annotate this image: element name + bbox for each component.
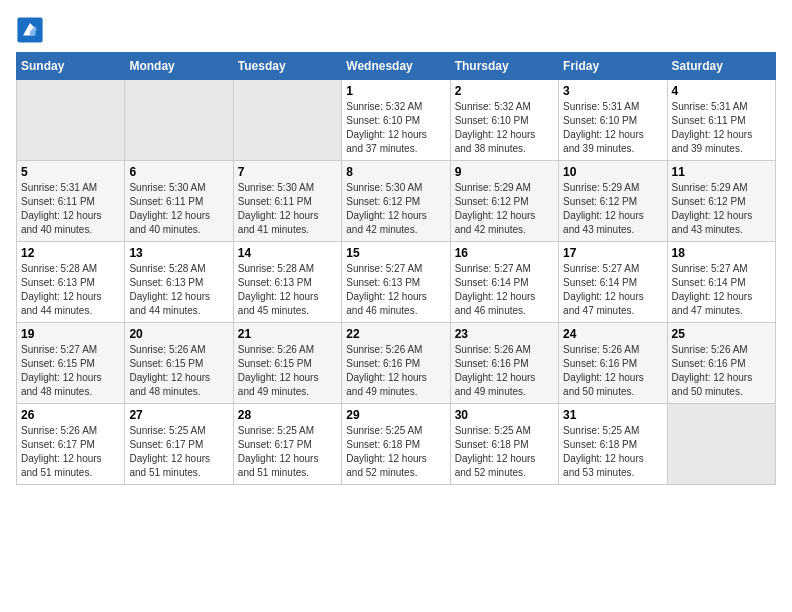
day-number: 24 <box>563 327 662 341</box>
calendar-cell: 9Sunrise: 5:29 AM Sunset: 6:12 PM Daylig… <box>450 161 558 242</box>
day-number: 21 <box>238 327 337 341</box>
day-info: Sunrise: 5:25 AM Sunset: 6:17 PM Dayligh… <box>129 424 228 480</box>
day-number: 5 <box>21 165 120 179</box>
day-number: 8 <box>346 165 445 179</box>
day-number: 19 <box>21 327 120 341</box>
day-info: Sunrise: 5:27 AM Sunset: 6:14 PM Dayligh… <box>455 262 554 318</box>
calendar-body: 1Sunrise: 5:32 AM Sunset: 6:10 PM Daylig… <box>17 80 776 485</box>
day-info: Sunrise: 5:26 AM Sunset: 6:15 PM Dayligh… <box>129 343 228 399</box>
logo-icon <box>16 16 44 44</box>
day-number: 29 <box>346 408 445 422</box>
column-header-tuesday: Tuesday <box>233 53 341 80</box>
calendar-cell: 19Sunrise: 5:27 AM Sunset: 6:15 PM Dayli… <box>17 323 125 404</box>
day-number: 1 <box>346 84 445 98</box>
calendar-cell: 8Sunrise: 5:30 AM Sunset: 6:12 PM Daylig… <box>342 161 450 242</box>
calendar-cell: 31Sunrise: 5:25 AM Sunset: 6:18 PM Dayli… <box>559 404 667 485</box>
calendar-cell: 20Sunrise: 5:26 AM Sunset: 6:15 PM Dayli… <box>125 323 233 404</box>
day-info: Sunrise: 5:25 AM Sunset: 6:18 PM Dayligh… <box>455 424 554 480</box>
day-info: Sunrise: 5:27 AM Sunset: 6:13 PM Dayligh… <box>346 262 445 318</box>
calendar-header: SundayMondayTuesdayWednesdayThursdayFrid… <box>17 53 776 80</box>
day-info: Sunrise: 5:29 AM Sunset: 6:12 PM Dayligh… <box>563 181 662 237</box>
day-info: Sunrise: 5:28 AM Sunset: 6:13 PM Dayligh… <box>238 262 337 318</box>
day-number: 26 <box>21 408 120 422</box>
calendar-cell: 17Sunrise: 5:27 AM Sunset: 6:14 PM Dayli… <box>559 242 667 323</box>
day-info: Sunrise: 5:26 AM Sunset: 6:17 PM Dayligh… <box>21 424 120 480</box>
page-header <box>16 16 776 44</box>
day-number: 27 <box>129 408 228 422</box>
calendar-cell: 15Sunrise: 5:27 AM Sunset: 6:13 PM Dayli… <box>342 242 450 323</box>
column-header-saturday: Saturday <box>667 53 775 80</box>
day-info: Sunrise: 5:26 AM Sunset: 6:16 PM Dayligh… <box>455 343 554 399</box>
calendar-cell: 11Sunrise: 5:29 AM Sunset: 6:12 PM Dayli… <box>667 161 775 242</box>
calendar-table: SundayMondayTuesdayWednesdayThursdayFrid… <box>16 52 776 485</box>
week-row-3: 12Sunrise: 5:28 AM Sunset: 6:13 PM Dayli… <box>17 242 776 323</box>
day-info: Sunrise: 5:31 AM Sunset: 6:11 PM Dayligh… <box>672 100 771 156</box>
day-info: Sunrise: 5:26 AM Sunset: 6:16 PM Dayligh… <box>672 343 771 399</box>
day-number: 3 <box>563 84 662 98</box>
week-row-1: 1Sunrise: 5:32 AM Sunset: 6:10 PM Daylig… <box>17 80 776 161</box>
day-number: 6 <box>129 165 228 179</box>
day-info: Sunrise: 5:27 AM Sunset: 6:14 PM Dayligh… <box>563 262 662 318</box>
calendar-cell: 26Sunrise: 5:26 AM Sunset: 6:17 PM Dayli… <box>17 404 125 485</box>
day-info: Sunrise: 5:30 AM Sunset: 6:11 PM Dayligh… <box>129 181 228 237</box>
calendar-cell: 2Sunrise: 5:32 AM Sunset: 6:10 PM Daylig… <box>450 80 558 161</box>
calendar-cell: 27Sunrise: 5:25 AM Sunset: 6:17 PM Dayli… <box>125 404 233 485</box>
week-row-5: 26Sunrise: 5:26 AM Sunset: 6:17 PM Dayli… <box>17 404 776 485</box>
day-info: Sunrise: 5:32 AM Sunset: 6:10 PM Dayligh… <box>346 100 445 156</box>
day-info: Sunrise: 5:26 AM Sunset: 6:15 PM Dayligh… <box>238 343 337 399</box>
day-info: Sunrise: 5:31 AM Sunset: 6:11 PM Dayligh… <box>21 181 120 237</box>
day-info: Sunrise: 5:29 AM Sunset: 6:12 PM Dayligh… <box>455 181 554 237</box>
column-header-sunday: Sunday <box>17 53 125 80</box>
column-header-monday: Monday <box>125 53 233 80</box>
column-header-wednesday: Wednesday <box>342 53 450 80</box>
day-info: Sunrise: 5:32 AM Sunset: 6:10 PM Dayligh… <box>455 100 554 156</box>
calendar-cell: 23Sunrise: 5:26 AM Sunset: 6:16 PM Dayli… <box>450 323 558 404</box>
day-info: Sunrise: 5:28 AM Sunset: 6:13 PM Dayligh… <box>21 262 120 318</box>
calendar-cell: 29Sunrise: 5:25 AM Sunset: 6:18 PM Dayli… <box>342 404 450 485</box>
calendar-cell: 14Sunrise: 5:28 AM Sunset: 6:13 PM Dayli… <box>233 242 341 323</box>
calendar-cell: 25Sunrise: 5:26 AM Sunset: 6:16 PM Dayli… <box>667 323 775 404</box>
calendar-cell: 5Sunrise: 5:31 AM Sunset: 6:11 PM Daylig… <box>17 161 125 242</box>
week-row-2: 5Sunrise: 5:31 AM Sunset: 6:11 PM Daylig… <box>17 161 776 242</box>
day-number: 12 <box>21 246 120 260</box>
day-number: 28 <box>238 408 337 422</box>
day-number: 4 <box>672 84 771 98</box>
day-number: 17 <box>563 246 662 260</box>
calendar-cell: 1Sunrise: 5:32 AM Sunset: 6:10 PM Daylig… <box>342 80 450 161</box>
calendar-cell: 28Sunrise: 5:25 AM Sunset: 6:17 PM Dayli… <box>233 404 341 485</box>
calendar-cell: 10Sunrise: 5:29 AM Sunset: 6:12 PM Dayli… <box>559 161 667 242</box>
calendar-cell: 3Sunrise: 5:31 AM Sunset: 6:10 PM Daylig… <box>559 80 667 161</box>
day-number: 10 <box>563 165 662 179</box>
calendar-cell <box>667 404 775 485</box>
calendar-cell: 30Sunrise: 5:25 AM Sunset: 6:18 PM Dayli… <box>450 404 558 485</box>
day-info: Sunrise: 5:31 AM Sunset: 6:10 PM Dayligh… <box>563 100 662 156</box>
day-info: Sunrise: 5:25 AM Sunset: 6:18 PM Dayligh… <box>563 424 662 480</box>
day-info: Sunrise: 5:25 AM Sunset: 6:17 PM Dayligh… <box>238 424 337 480</box>
day-info: Sunrise: 5:26 AM Sunset: 6:16 PM Dayligh… <box>346 343 445 399</box>
calendar-cell: 12Sunrise: 5:28 AM Sunset: 6:13 PM Dayli… <box>17 242 125 323</box>
day-number: 15 <box>346 246 445 260</box>
day-info: Sunrise: 5:30 AM Sunset: 6:11 PM Dayligh… <box>238 181 337 237</box>
day-info: Sunrise: 5:29 AM Sunset: 6:12 PM Dayligh… <box>672 181 771 237</box>
calendar-cell: 21Sunrise: 5:26 AM Sunset: 6:15 PM Dayli… <box>233 323 341 404</box>
day-number: 9 <box>455 165 554 179</box>
calendar-cell: 18Sunrise: 5:27 AM Sunset: 6:14 PM Dayli… <box>667 242 775 323</box>
week-row-4: 19Sunrise: 5:27 AM Sunset: 6:15 PM Dayli… <box>17 323 776 404</box>
day-info: Sunrise: 5:26 AM Sunset: 6:16 PM Dayligh… <box>563 343 662 399</box>
calendar-cell <box>233 80 341 161</box>
day-number: 14 <box>238 246 337 260</box>
calendar-cell: 24Sunrise: 5:26 AM Sunset: 6:16 PM Dayli… <box>559 323 667 404</box>
day-number: 13 <box>129 246 228 260</box>
calendar-cell: 22Sunrise: 5:26 AM Sunset: 6:16 PM Dayli… <box>342 323 450 404</box>
day-number: 16 <box>455 246 554 260</box>
day-info: Sunrise: 5:27 AM Sunset: 6:14 PM Dayligh… <box>672 262 771 318</box>
column-header-thursday: Thursday <box>450 53 558 80</box>
calendar-cell: 13Sunrise: 5:28 AM Sunset: 6:13 PM Dayli… <box>125 242 233 323</box>
calendar-cell: 4Sunrise: 5:31 AM Sunset: 6:11 PM Daylig… <box>667 80 775 161</box>
day-number: 22 <box>346 327 445 341</box>
day-number: 2 <box>455 84 554 98</box>
day-number: 31 <box>563 408 662 422</box>
logo <box>16 16 48 44</box>
calendar-cell: 16Sunrise: 5:27 AM Sunset: 6:14 PM Dayli… <box>450 242 558 323</box>
calendar-cell <box>17 80 125 161</box>
